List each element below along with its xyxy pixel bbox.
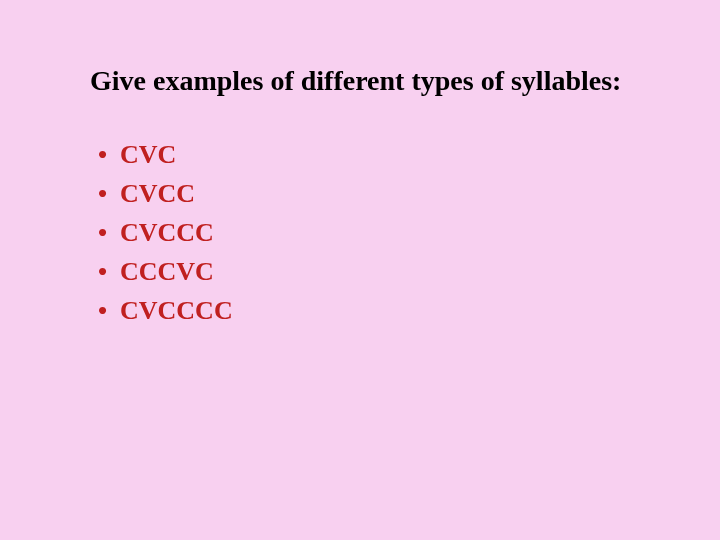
list-item: CVCCC	[98, 213, 640, 252]
list-item: CVCC	[98, 174, 640, 213]
list-item: CCCVC	[98, 252, 640, 291]
slide-title: Give examples of different types of syll…	[80, 65, 640, 97]
syllable-list: CVC CVCC CVCCC CCCVC CVCCCC	[80, 135, 640, 330]
list-item: CVC	[98, 135, 640, 174]
list-item: CVCCCC	[98, 291, 640, 330]
